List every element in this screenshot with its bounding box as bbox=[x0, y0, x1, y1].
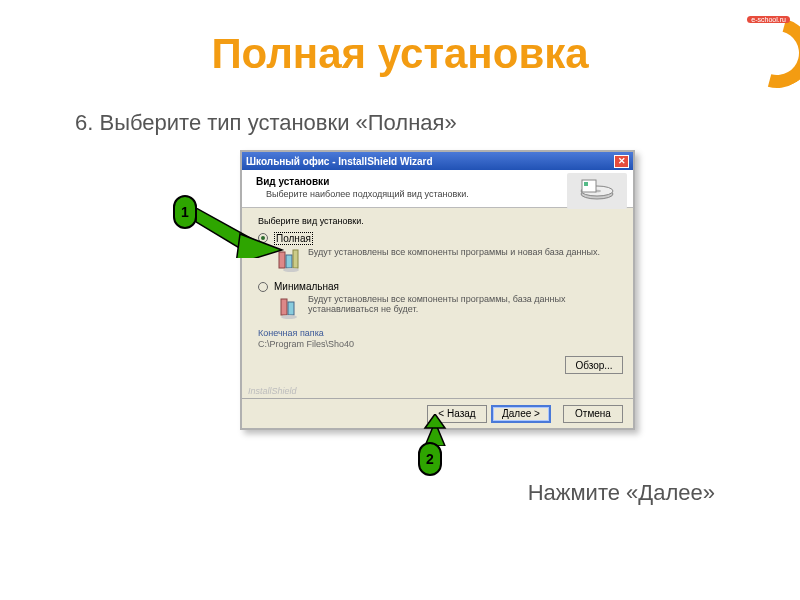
cd-icon bbox=[567, 173, 627, 209]
svg-rect-10 bbox=[286, 255, 292, 268]
press-next-caption: Нажмите «Далее» bbox=[528, 480, 715, 506]
destination-path: C:\Program Files\Sho40 bbox=[258, 339, 617, 349]
option-min[interactable]: Минимальная Будут установлены все компон… bbox=[258, 281, 617, 322]
option-min-label: Минимальная bbox=[274, 281, 339, 292]
page-title: Полная установка bbox=[0, 30, 800, 78]
installer-window: Школьный офис - InstallShield Wizard ✕ В… bbox=[240, 150, 635, 430]
arrow-1 bbox=[196, 208, 286, 258]
svg-rect-13 bbox=[281, 299, 287, 315]
svg-rect-11 bbox=[293, 250, 298, 268]
destination-label: Конечная папка bbox=[258, 328, 617, 338]
callout-badge-1: 1 bbox=[173, 195, 197, 229]
option-full-desc: Будут установлены все компоненты програм… bbox=[308, 247, 617, 275]
svg-point-15 bbox=[281, 315, 297, 319]
radio-min[interactable] bbox=[258, 282, 268, 292]
next-button[interactable]: Далее > bbox=[491, 405, 551, 423]
svg-marker-1 bbox=[236, 234, 282, 258]
close-icon[interactable]: ✕ bbox=[614, 155, 629, 168]
installshield-watermark: InstallShield bbox=[248, 386, 297, 396]
svg-marker-3 bbox=[425, 414, 445, 428]
svg-rect-8 bbox=[584, 182, 588, 186]
cancel-button[interactable]: Отмена bbox=[563, 405, 623, 423]
step-instruction: 6. Выберите тип установки «Полная» bbox=[75, 110, 457, 136]
brand-site-label: e-school.ru bbox=[747, 16, 790, 23]
callout-badge-2: 2 bbox=[418, 442, 442, 476]
option-full[interactable]: Полная Будут установлены все компоненты … bbox=[258, 232, 617, 275]
select-type-prompt: Выберите вид установки. bbox=[258, 216, 617, 226]
setup-min-icon bbox=[274, 294, 302, 322]
svg-point-12 bbox=[283, 268, 299, 272]
option-min-desc: Будут установлены все компоненты програм… bbox=[308, 294, 617, 322]
browse-button[interactable]: Обзор... bbox=[565, 356, 623, 374]
wizard-header: Вид установки Выберите наиболее подходящ… bbox=[242, 170, 633, 208]
window-titlebar: Школьный офис - InstallShield Wizard ✕ bbox=[242, 152, 633, 170]
window-title: Школьный офис - InstallShield Wizard bbox=[246, 156, 614, 167]
svg-rect-14 bbox=[288, 302, 294, 315]
